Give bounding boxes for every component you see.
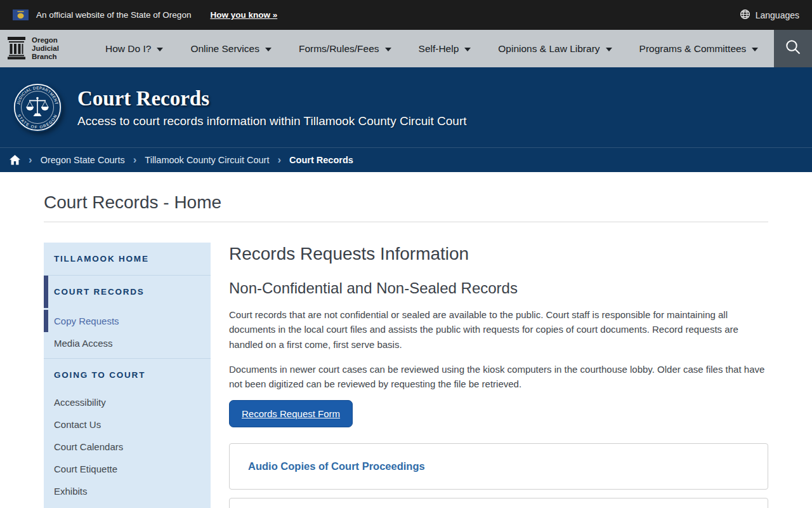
records-paragraph-1: Court records that are not confidential … <box>229 307 768 352</box>
content-area: Court Records - Home TILLAMOOK HOME COUR… <box>0 192 812 508</box>
records-paragraph-2: Documents in newer court cases can be re… <box>229 362 768 392</box>
breadcrumb-tillamook-county-circuit-court[interactable]: Tillamook County Circuit Court <box>145 155 269 165</box>
home-icon[interactable] <box>10 155 20 165</box>
search-button[interactable] <box>774 30 812 67</box>
sidebar-item-copy-requests[interactable]: Copy Requests <box>44 310 211 332</box>
ojd-logo[interactable]: Oregon Judicial Branch <box>0 36 95 62</box>
non-confidential-subheading: Non-Confidential and Non-Sealed Records <box>229 279 768 297</box>
chevron-down-icon <box>157 48 163 51</box>
chevron-down-icon <box>606 48 612 51</box>
records-request-form-button[interactable]: Records Request Form <box>229 400 353 427</box>
accordion-access[interactable]: Access <box>229 498 768 508</box>
accordion-audio-copies[interactable]: Audio Copies of Court Proceedings <box>229 443 768 490</box>
chevron-right-icon: › <box>133 154 137 165</box>
hero-subtitle: Access to court records information with… <box>77 114 467 128</box>
main-navbar: Oregon Judicial Branch How Do I? Online … <box>0 30 812 67</box>
nav-item-opinions-law-library[interactable]: Opinions & Law Library <box>498 43 612 55</box>
nav-item-online-services[interactable]: Online Services <box>190 43 272 55</box>
languages-button[interactable]: Languages <box>740 9 799 22</box>
breadcrumb: › Oregon State Courts › Tillamook County… <box>0 147 812 172</box>
chevron-down-icon <box>752 48 758 51</box>
globe-icon <box>740 9 750 22</box>
nav-menu: How Do I? Online Services Forms/Rules/Fe… <box>105 43 758 55</box>
chevron-right-icon: › <box>29 154 32 165</box>
chevron-down-icon <box>385 48 391 51</box>
sidebar-item-tillamook-home[interactable]: TILLAMOOK HOME <box>44 243 211 275</box>
nav-item-programs-committees[interactable]: Programs & Committees <box>639 43 759 55</box>
breadcrumb-current-court-records: Court Records <box>289 155 353 165</box>
sidebar: TILLAMOOK HOME COURT RECORDS Copy Reques… <box>44 243 211 508</box>
languages-label: Languages <box>756 10 799 20</box>
accordion-audio-copies-title: Audio Copies of Court Proceedings <box>248 460 749 472</box>
sidebar-section-going-to-court: GOING TO COURT Accessibility Contact Us … <box>44 359 211 506</box>
records-requests-heading: Records Requests Information <box>229 244 768 264</box>
title-divider <box>44 222 768 222</box>
nav-item-self-help[interactable]: Self-Help <box>419 43 471 55</box>
official-state-bar: An official website of the State of Oreg… <box>0 0 812 30</box>
sidebar-item-accessibility[interactable]: Accessibility <box>44 391 211 413</box>
chevron-right-icon: › <box>277 154 281 165</box>
sidebar-item-court-records[interactable]: COURT RECORDS <box>44 276 211 308</box>
nav-item-how-do-i[interactable]: How Do I? <box>105 43 163 55</box>
oregon-judicial-seal: JUDICIAL DEPARTMENT STATE OF OREGON <box>13 83 62 132</box>
sidebar-item-media-access[interactable]: Media Access <box>44 332 211 354</box>
main-column: Records Requests Information Non-Confide… <box>229 243 768 508</box>
page-title: Court Records - Home <box>44 192 768 213</box>
official-website-text: An official website of the State of Oreg… <box>36 10 191 20</box>
sidebar-item-court-etiquette[interactable]: Court Etiquette <box>44 458 211 480</box>
hero-text: Court Records Access to court records in… <box>77 87 467 128</box>
how-you-know-link[interactable]: How you know » <box>210 10 277 20</box>
page: An official website of the State of Oreg… <box>0 0 812 508</box>
breadcrumb-oregon-state-courts[interactable]: Oregon State Courts <box>41 155 125 165</box>
oregon-flag-icon <box>13 10 29 20</box>
sidebar-section-court-records: COURT RECORDS Copy Requests Media Access <box>44 276 211 358</box>
sidebar-item-contact-us[interactable]: Contact Us <box>44 413 211 436</box>
hero-title: Court Records <box>77 87 467 110</box>
nav-item-forms-rules-fees[interactable]: Forms/Rules/Fees <box>299 43 391 55</box>
chevron-down-icon <box>464 48 471 51</box>
sidebar-item-court-calendars[interactable]: Court Calendars <box>44 436 211 458</box>
search-icon <box>785 39 802 58</box>
sidebar-item-exhibits[interactable]: Exhibits <box>44 480 211 502</box>
sidebar-item-going-to-court[interactable]: GOING TO COURT <box>44 359 211 391</box>
chevron-down-icon <box>265 48 272 51</box>
column-pillar-icon <box>7 36 26 62</box>
hero-banner: JUDICIAL DEPARTMENT STATE OF OREGON <box>0 67 812 147</box>
ojd-logo-text: Oregon Judicial Branch <box>32 36 59 61</box>
